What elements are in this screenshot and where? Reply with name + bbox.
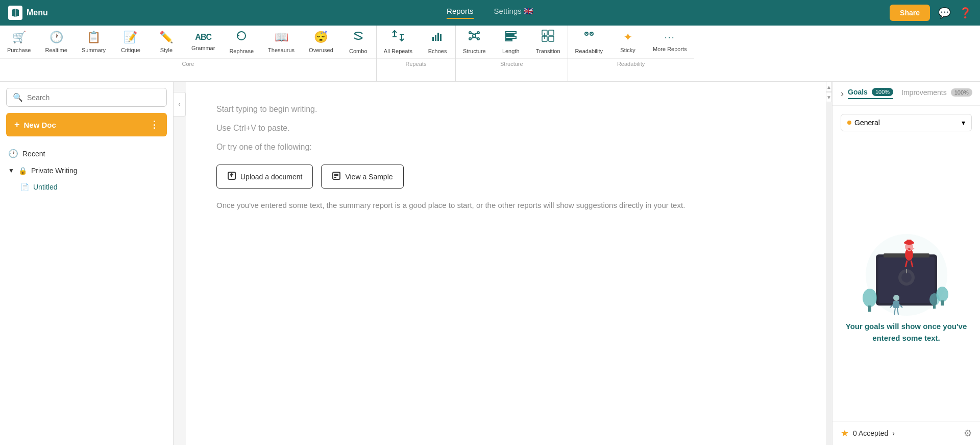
overused-label: Overused: [309, 47, 333, 53]
gear-icon[interactable]: ⚙: [964, 428, 972, 439]
toolbar-readability[interactable]: Readability: [568, 26, 610, 58]
help-icon[interactable]: ❓: [959, 7, 972, 19]
svg-point-10: [469, 32, 471, 34]
rephrase-icon: [235, 30, 248, 45]
share-button[interactable]: Share: [890, 5, 930, 21]
toolbar-rephrase[interactable]: Rephrase: [222, 26, 261, 58]
placeholder-line-2: Use Ctrl+V to paste.: [216, 121, 795, 136]
editor-placeholder: Start typing to begin writing. Use Ctrl+…: [216, 102, 795, 154]
svg-rect-53: [893, 301, 899, 308]
sample-icon: [332, 171, 341, 182]
untitled-doc-item[interactable]: 📄 Untitled: [6, 179, 167, 195]
echoes-label: Echoes: [428, 48, 447, 54]
editor-area: Start typing to begin writing. Use Ctrl+…: [186, 82, 826, 445]
improvements-tab[interactable]: Improvements 100%: [901, 88, 972, 99]
nav-tab-reports[interactable]: Reports: [447, 7, 474, 19]
toolbar-repeats-items: All Repeats Echoes: [377, 26, 455, 58]
menu-button[interactable]: Menu: [8, 6, 48, 20]
svg-rect-5: [432, 37, 434, 41]
scroll-up-button[interactable]: ▲: [826, 82, 832, 92]
readability-label: Readability: [575, 48, 603, 54]
length-icon: [505, 30, 517, 45]
toolbar-realtime[interactable]: 🕐 Realtime: [38, 27, 74, 57]
toolbar-readability-items: Readability ✦ Sticky ··· More Reports: [568, 26, 694, 58]
chevron-down-icon: ▾: [962, 119, 965, 127]
expand-icon[interactable]: ›: [841, 88, 844, 99]
general-select[interactable]: General ▾: [841, 114, 972, 131]
improvements-badge: 100%: [951, 88, 972, 97]
doc-icon: 📄: [20, 183, 29, 191]
overused-icon: 😴: [314, 31, 328, 44]
upload-label: Upload a document: [240, 173, 302, 181]
summary-label: Summary: [82, 47, 106, 53]
chat-icon[interactable]: 💬: [938, 7, 951, 19]
svg-line-17: [474, 37, 477, 38]
svg-point-58: [863, 289, 877, 307]
view-sample-button[interactable]: View a Sample: [321, 165, 403, 189]
toolbar-grammar[interactable]: ABC Grammar: [184, 29, 222, 55]
svg-rect-63: [933, 305, 936, 309]
svg-line-15: [474, 33, 477, 34]
toolbar-overused[interactable]: 😴 Overused: [302, 27, 340, 57]
lock-icon: 🔒: [18, 167, 27, 175]
scroll-down-button[interactable]: ▼: [826, 92, 832, 102]
svg-rect-25: [549, 36, 554, 41]
toolbar-structure-items: Structure Length: [456, 26, 568, 58]
right-panel: › Goals 100% Improvements 100% General ▾: [832, 82, 980, 445]
toolbar-transition[interactable]: Transition: [529, 26, 568, 58]
panel-content: General ▾: [832, 106, 980, 421]
structure-category-label: Structure: [456, 58, 568, 70]
combo-label: Combo: [349, 48, 367, 54]
sticky-icon: ✦: [623, 31, 632, 44]
general-dot: [847, 121, 851, 125]
svg-point-45: [905, 248, 913, 261]
toolbar-length[interactable]: Length: [493, 26, 529, 58]
svg-rect-61: [941, 300, 944, 306]
sticky-label: Sticky: [620, 47, 635, 53]
new-doc-button[interactable]: + New Doc ⋮: [6, 113, 167, 136]
private-writing-item[interactable]: ▼ 🔒 Private Writing: [6, 162, 167, 179]
nav-tab-settings[interactable]: Settings 🇬🇧: [494, 7, 533, 19]
accepted-badge[interactable]: ★ 0 Accepted ›: [841, 428, 895, 439]
toolbar-structure[interactable]: Structure: [456, 26, 493, 58]
search-input[interactable]: [27, 93, 160, 102]
right-panel-header: › Goals 100% Improvements 100%: [832, 82, 980, 106]
svg-line-0: [354, 34, 362, 38]
panel-tabs: Goals 100% Improvements 100%: [848, 88, 972, 99]
readability-category-label: Readability: [568, 58, 694, 70]
sidebar-collapse-button[interactable]: ‹: [174, 92, 186, 116]
recent-item[interactable]: 🕐 Recent: [6, 145, 167, 162]
svg-point-62: [929, 293, 940, 306]
recent-icon: 🕐: [8, 149, 18, 158]
chevron-down-icon: ▼: [8, 167, 14, 174]
goals-tab[interactable]: Goals 100%: [848, 88, 893, 99]
upload-document-button[interactable]: Upload a document: [216, 165, 313, 189]
toolbar-critique[interactable]: 📝 Critique: [113, 27, 149, 57]
style-label: Style: [160, 47, 173, 53]
search-box[interactable]: 🔍: [6, 88, 167, 107]
toolbar-echoes[interactable]: Echoes: [420, 26, 455, 58]
goals-message: Your goals will show once you've entered…: [841, 321, 972, 344]
toolbar-morereports[interactable]: ··· More Reports: [646, 28, 694, 56]
svg-point-13: [477, 38, 479, 40]
toolbar-purchase[interactable]: 🛒 Purchase: [0, 27, 38, 57]
general-label: General: [854, 119, 880, 127]
editor-content[interactable]: Start typing to begin writing. Use Ctrl+…: [186, 82, 826, 445]
panel-footer: ★ 0 Accepted › ⚙: [832, 421, 980, 445]
new-doc-label: New Doc: [24, 121, 56, 129]
more-options-icon[interactable]: ⋮: [150, 119, 159, 130]
plus-icon: +: [14, 120, 20, 130]
core-category-label: Core: [0, 58, 376, 70]
toolbar-style[interactable]: ✏️ Style: [149, 27, 184, 57]
search-icon: 🔍: [13, 92, 23, 102]
svg-point-9: [473, 34, 476, 37]
transition-label: Transition: [536, 48, 560, 54]
allrepeats-icon: [391, 30, 405, 45]
toolbar-allrepeats[interactable]: All Repeats: [377, 26, 420, 58]
svg-rect-7: [437, 33, 439, 41]
toolbar-summary[interactable]: 📋 Summary: [75, 27, 113, 57]
toolbar-combo[interactable]: Combo: [340, 26, 376, 58]
toolbar-sticky[interactable]: ✦ Sticky: [610, 27, 646, 57]
upload-icon: [227, 171, 236, 182]
toolbar-thesaurus[interactable]: 📖 Thesaurus: [261, 27, 302, 57]
